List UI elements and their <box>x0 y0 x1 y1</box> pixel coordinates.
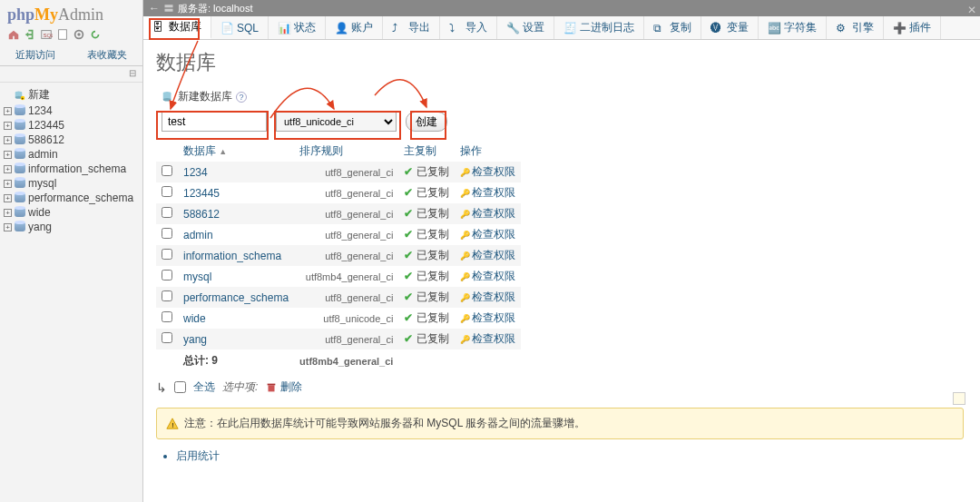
tab-2[interactable]: 📊状态 <box>269 16 326 39</box>
row-checkbox[interactable] <box>162 332 172 343</box>
server-icon <box>163 3 174 14</box>
tree-db-item[interactable]: +admin <box>4 147 139 162</box>
check-priv-link[interactable]: 检查权限 <box>472 249 515 261</box>
check-priv-link[interactable]: 检查权限 <box>472 290 515 303</box>
expand-icon[interactable]: + <box>4 122 12 130</box>
check-icon: ✔ <box>404 311 413 324</box>
db-icon <box>15 164 25 173</box>
col-ops[interactable]: 操作 <box>455 141 521 162</box>
tree-db-item[interactable]: +performance_schema <box>4 191 139 205</box>
tree-new-db[interactable]: + 新建 <box>4 86 139 103</box>
tree-db-item[interactable]: +yang <box>4 220 139 234</box>
row-checkbox[interactable] <box>162 270 172 281</box>
db-link[interactable]: 1234 <box>183 166 208 179</box>
tree-db-item[interactable]: +mysql <box>4 176 139 191</box>
check-priv-link[interactable]: 检查权限 <box>472 228 515 241</box>
check-icon: ✔ <box>404 228 413 241</box>
row-checkbox[interactable] <box>162 290 172 301</box>
enable-stats-link[interactable]: 启用统计 <box>176 448 967 464</box>
check-priv-link[interactable]: 检查权限 <box>472 270 515 282</box>
select-all-checkbox[interactable] <box>174 381 186 393</box>
db-name-input[interactable] <box>162 112 267 132</box>
check-priv-link[interactable]: 检查权限 <box>472 207 515 220</box>
sidebar-tab-recent[interactable]: 近期访问 <box>0 44 72 65</box>
collation-select[interactable]: utf8_unicode_ci <box>276 112 397 132</box>
check-priv-link[interactable]: 检查权限 <box>472 186 515 199</box>
tree-db-item[interactable]: +1234 <box>4 103 139 118</box>
priv-icon: 🔑 <box>460 189 470 198</box>
select-all-link[interactable]: 全选 <box>193 379 215 395</box>
expand-icon[interactable]: + <box>4 165 12 173</box>
sort-asc-icon: ▲ <box>219 147 227 156</box>
table-row: information_schemautf8_general_ci✔ 已复制🔑检… <box>156 245 521 266</box>
tree-db-item[interactable]: +588612 <box>4 133 139 147</box>
tree-db-item[interactable]: +123445 <box>4 118 139 133</box>
footer-note-icon[interactable] <box>953 392 965 405</box>
tab-3[interactable]: 👤账户 <box>326 16 383 39</box>
db-link[interactable]: yang <box>183 333 207 346</box>
row-checkbox[interactable] <box>162 165 172 176</box>
db-link[interactable]: information_schema <box>183 250 281 262</box>
delete-icon <box>265 381 278 394</box>
delete-action[interactable]: 删除 <box>265 379 302 395</box>
check-priv-link[interactable]: 检查权限 <box>472 332 515 345</box>
tab-5[interactable]: ⤵导入 <box>440 16 497 39</box>
db-link[interactable]: admin <box>183 229 213 241</box>
tab-1[interactable]: 📄SQL <box>211 16 269 39</box>
create-button[interactable]: 创建 <box>406 112 447 132</box>
docs-icon[interactable] <box>56 28 69 41</box>
back-icon[interactable]: ← <box>149 0 160 16</box>
sidebar-collapse-icon[interactable]: ⊟ <box>129 68 137 78</box>
row-master: ✔ 已复制 <box>398 266 454 287</box>
total-label: 总计: 9 <box>178 349 294 372</box>
expand-icon[interactable]: + <box>4 180 12 188</box>
expand-icon[interactable]: + <box>4 209 12 217</box>
expand-icon[interactable]: + <box>4 194 12 202</box>
col-master[interactable]: 主复制 <box>398 141 454 162</box>
tab-label: 二进制日志 <box>580 20 634 35</box>
tab-11[interactable]: ⚙引擎 <box>827 16 884 39</box>
db-link[interactable]: 123445 <box>183 187 220 200</box>
tab-6[interactable]: 🔧设置 <box>497 16 554 39</box>
tab-9[interactable]: 🅥变量 <box>701 16 759 39</box>
page-title: 数据库 <box>156 49 967 76</box>
sql-icon[interactable]: SQL <box>40 28 53 41</box>
settings-icon[interactable] <box>73 28 85 41</box>
home-icon[interactable] <box>7 28 20 41</box>
row-checkbox[interactable] <box>162 207 172 218</box>
check-priv-link[interactable]: 检查权限 <box>472 165 515 178</box>
panel-close-icon[interactable]: ✕ <box>967 2 976 18</box>
logout-icon[interactable] <box>24 28 36 41</box>
db-link[interactable]: mysql <box>183 271 211 283</box>
logo[interactable]: phpMyAdmin <box>0 0 142 26</box>
expand-icon[interactable]: + <box>4 136 12 144</box>
sidebar-filter[interactable]: ⊟ <box>0 66 142 83</box>
col-collation[interactable]: 排序规则 <box>294 141 398 162</box>
tab-10[interactable]: 🔤字符集 <box>759 16 827 39</box>
priv-icon: 🔑 <box>460 168 470 177</box>
tab-8[interactable]: ⧉复制 <box>644 16 701 39</box>
tree-db-item[interactable]: +information_schema <box>4 162 139 176</box>
tab-7[interactable]: 🧾二进制日志 <box>554 16 644 39</box>
logo-my: My <box>34 5 58 24</box>
db-link[interactable]: 588612 <box>183 208 220 221</box>
row-checkbox[interactable] <box>162 249 172 260</box>
expand-icon[interactable]: + <box>4 223 12 231</box>
tab-0[interactable]: 🗄数据库 <box>143 16 211 39</box>
help-icon[interactable]: ? <box>236 92 247 103</box>
tree-db-item[interactable]: +wide <box>4 205 139 220</box>
expand-icon[interactable]: + <box>4 107 12 115</box>
check-priv-link[interactable]: 检查权限 <box>472 311 515 324</box>
row-checkbox[interactable] <box>162 311 172 322</box>
db-link[interactable]: performance_schema <box>183 291 289 304</box>
sidebar-tab-favorites[interactable]: 表收藏夹 <box>72 44 143 65</box>
bulk-arrow-icon: ↳ <box>156 380 167 395</box>
col-database[interactable]: 数据库 ▲ <box>178 141 294 162</box>
row-checkbox[interactable] <box>162 228 172 239</box>
row-checkbox[interactable] <box>162 186 172 197</box>
tab-4[interactable]: ⤴导出 <box>383 16 440 39</box>
reload-icon[interactable] <box>89 28 102 41</box>
db-link[interactable]: wide <box>183 312 206 325</box>
tab-12[interactable]: ➕插件 <box>884 16 941 39</box>
expand-icon[interactable]: + <box>4 151 12 159</box>
